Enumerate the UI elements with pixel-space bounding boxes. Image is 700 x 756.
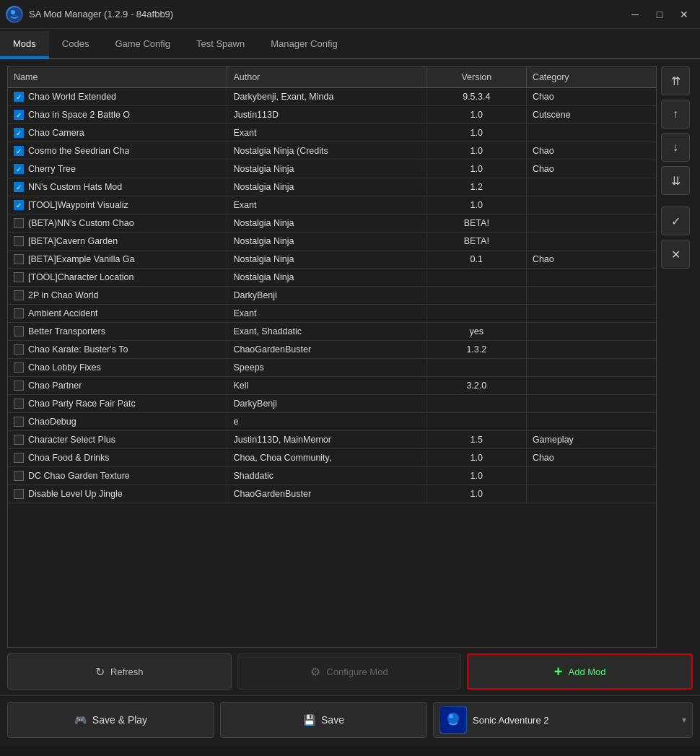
mod-author: Kell <box>227 377 426 395</box>
check-all-button[interactable]: ✓ <box>661 207 690 235</box>
minimize-button[interactable]: ─ <box>625 7 645 22</box>
mod-checkbox[interactable] <box>14 435 24 445</box>
configure-label: Configure Mod <box>326 666 388 677</box>
mod-category <box>526 359 656 377</box>
mod-name: Cosmo the Seedrian Cha <box>28 146 129 156</box>
mod-checkbox[interactable] <box>14 254 24 264</box>
mod-checkbox[interactable] <box>14 200 24 210</box>
add-label: Add Mod <box>569 666 606 677</box>
main-content: Name Author Version Category Chao World … <box>0 59 700 648</box>
mod-checkbox[interactable] <box>14 128 24 138</box>
mod-category <box>526 395 656 413</box>
mod-checkbox[interactable] <box>14 326 24 336</box>
mod-checkbox[interactable] <box>14 218 24 228</box>
mod-category <box>526 233 656 251</box>
mod-author: e <box>227 413 426 431</box>
configure-mod-button[interactable]: ⚙ Configure Mod <box>237 653 462 690</box>
mod-author: Exant <box>227 305 426 323</box>
mod-name: Choa Food & Drinks <box>28 453 110 463</box>
mod-author: Justin113D, MainMemor <box>227 431 426 449</box>
mod-author: ChaoGardenBuster <box>227 341 426 359</box>
mod-version: 3.2.0 <box>426 377 526 395</box>
mod-category: Chao <box>526 251 656 269</box>
mod-name: Chao Party Race Fair Patc <box>28 399 136 409</box>
mod-version: 1.5 <box>426 431 526 449</box>
mod-name: DC Chao Garden Texture <box>28 471 130 481</box>
maximize-button[interactable]: □ <box>649 7 670 22</box>
mod-author: Nostalgia Ninja <box>227 269 426 287</box>
tab-game-config[interactable]: Game Config <box>102 31 183 58</box>
mod-version: 1.0 <box>426 142 526 160</box>
move-top-button[interactable]: ⇈ <box>661 66 690 95</box>
move-down-button[interactable]: ↓ <box>661 133 690 162</box>
mod-checkbox[interactable] <box>14 399 24 409</box>
mod-author: DarkyBenji <box>227 395 426 413</box>
mod-checkbox[interactable] <box>14 290 24 300</box>
mod-checkbox[interactable] <box>14 146 24 156</box>
mod-name: ChaoDebug <box>28 417 76 427</box>
table-row: Disable Level Up JingleChaoGardenBuster1… <box>8 485 656 503</box>
mod-checkbox[interactable] <box>14 489 24 499</box>
mod-checkbox[interactable] <box>14 92 24 102</box>
mod-version: 1.3.2 <box>426 341 526 359</box>
table-row: Chao PartnerKell3.2.0 <box>8 377 656 395</box>
mod-checkbox[interactable] <box>14 453 24 463</box>
mod-category <box>526 413 656 431</box>
mod-checkbox[interactable] <box>14 110 24 120</box>
mod-author: Nostalgia Ninja (Credits <box>227 142 426 160</box>
mod-author: Shaddatic <box>227 467 426 485</box>
table-row: Cherry TreeNostalgia Ninja1.0Chao <box>8 160 656 178</box>
mod-category <box>526 341 656 359</box>
game-selector[interactable]: Sonic Adventure 2 ▾ <box>433 702 693 738</box>
move-bottom-button[interactable]: ⇊ <box>661 166 690 195</box>
add-mod-button[interactable]: + Add Mod <box>467 653 693 690</box>
table-row: Chao CameraExant1.0 <box>8 124 656 142</box>
mod-name: Chao Karate: Buster's To <box>28 344 128 355</box>
uncheck-all-button[interactable]: ✕ <box>661 240 690 269</box>
refresh-button[interactable]: ↻ Refresh <box>7 653 232 690</box>
mod-name: Chao Lobby Fixes <box>28 362 101 373</box>
mod-name: (BETA)NN's Custom Chao <box>28 218 134 228</box>
tab-test-spawn[interactable]: Test Spawn <box>183 31 258 58</box>
table-row: NN's Custom Hats ModNostalgia Ninja1.2 <box>8 178 656 196</box>
mod-version: BETA! <box>426 214 526 233</box>
dropdown-arrow-icon: ▾ <box>682 715 686 725</box>
move-up-button[interactable]: ↑ <box>661 100 690 129</box>
mod-list-container[interactable]: Name Author Version Category Chao World … <box>7 66 657 648</box>
mod-checkbox[interactable] <box>14 236 24 246</box>
mod-checkbox[interactable] <box>14 471 24 481</box>
mod-checkbox[interactable] <box>14 344 24 355</box>
tab-mods[interactable]: Mods <box>0 31 49 58</box>
mod-version: 1.0 <box>426 449 526 467</box>
mod-author: Speeps <box>227 359 426 377</box>
save-button[interactable]: 💾 Save <box>220 702 427 738</box>
mod-checkbox[interactable] <box>14 362 24 373</box>
mod-checkbox[interactable] <box>14 182 24 192</box>
save-play-button[interactable]: 🎮 Save & Play <box>7 702 214 738</box>
mod-category: Gameplay <box>526 431 656 449</box>
mod-version: yes <box>426 323 526 341</box>
table-row: [BETA]Example Vanilla GaNostalgia Ninja0… <box>8 251 656 269</box>
tab-manager-config[interactable]: Manager Config <box>258 31 351 58</box>
col-header-author: Author <box>227 67 426 88</box>
svg-point-1 <box>11 10 15 14</box>
mod-checkbox[interactable] <box>14 272 24 282</box>
col-header-version: Version <box>426 67 526 88</box>
mod-checkbox[interactable] <box>14 164 24 174</box>
mod-version: 1.0 <box>426 467 526 485</box>
mod-category: Cutscene <box>526 106 656 124</box>
mod-checkbox[interactable] <box>14 381 24 391</box>
app-title: SA Mod Manager (1.2.9 - 84afbb9) <box>29 9 625 19</box>
configure-icon: ⚙ <box>310 665 320 679</box>
bottom-actions: ↻ Refresh ⚙ Configure Mod + Add Mod <box>0 648 700 695</box>
mod-checkbox[interactable] <box>14 417 24 427</box>
mod-checkbox[interactable] <box>14 308 24 318</box>
svg-point-4 <box>449 714 453 718</box>
table-header-row: Name Author Version Category <box>8 67 656 88</box>
add-icon: + <box>554 664 563 680</box>
tab-codes[interactable]: Codes <box>49 31 102 58</box>
mod-category: Chao <box>526 88 656 106</box>
mod-category <box>526 323 656 341</box>
mod-version: 1.2 <box>426 178 526 196</box>
close-button[interactable]: ✕ <box>674 7 694 22</box>
